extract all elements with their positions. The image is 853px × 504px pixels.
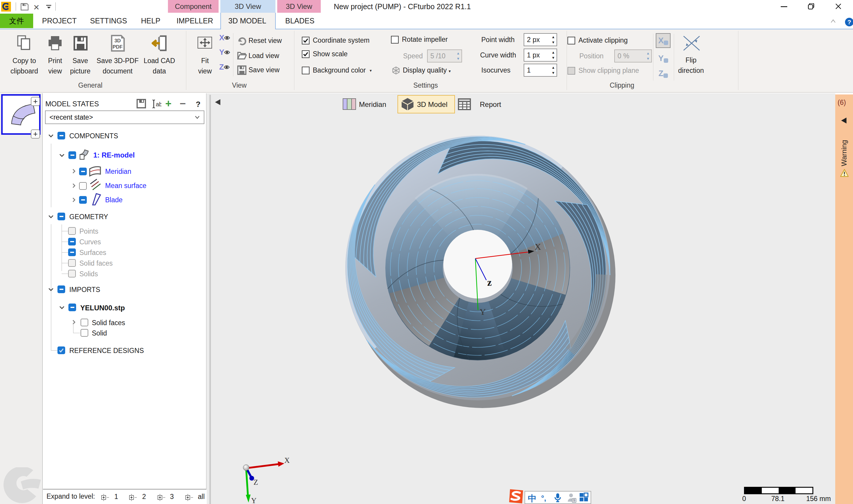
svg-text:9: 9 — [573, 498, 575, 503]
svg-text:Z: Z — [253, 478, 258, 486]
svg-text:ab: ab — [156, 101, 161, 108]
svg-text:X: X — [284, 456, 290, 464]
svg-text:3D: 3D — [114, 38, 121, 43]
svg-text:PDF: PDF — [112, 44, 123, 50]
svg-text:Y: Y — [480, 307, 486, 317]
svg-text:z: z — [487, 277, 492, 288]
svg-text:Y: Y — [251, 497, 256, 504]
svg-text:X: X — [535, 241, 541, 251]
